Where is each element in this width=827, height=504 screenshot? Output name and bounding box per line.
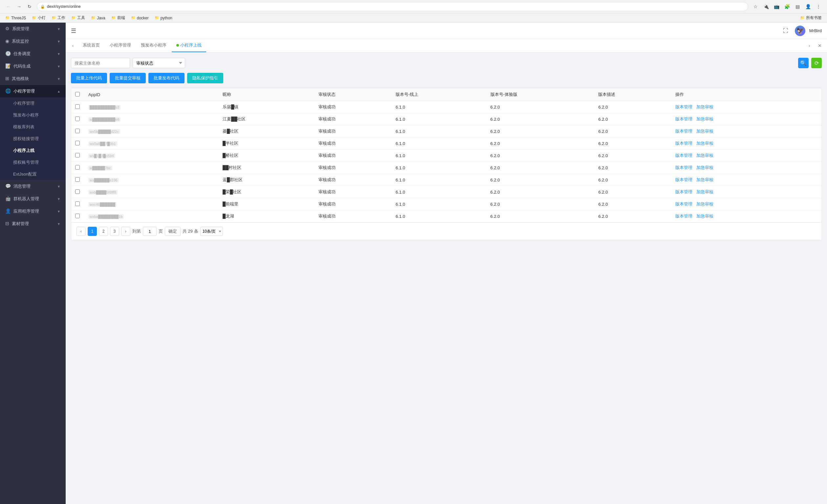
privacy-guide-button[interactable]: 隐私保护指引 <box>187 73 223 83</box>
bookmark-gongju[interactable]: 📁工具 <box>68 14 88 22</box>
tab-back-button[interactable]: ‹ <box>68 41 78 50</box>
version-mgmt-link-2[interactable]: 版本管理 <box>675 129 692 134</box>
status-select[interactable]: 审核状态 <box>133 58 185 68</box>
sidebar-item-message-mgmt[interactable]: 💬消息管理 ▼ <box>0 180 66 193</box>
cell-status-0: 审核成功 <box>314 101 392 113</box>
refresh-button[interactable]: ⟳ <box>811 58 822 68</box>
gear-icon: ⚙ <box>5 26 9 31</box>
urgent-review-link-4[interactable]: 加急审核 <box>696 153 714 158</box>
row-checkbox-4[interactable] <box>75 153 80 157</box>
select-all-checkbox[interactable] <box>75 92 80 96</box>
version-mgmt-link-7[interactable]: 版本管理 <box>675 189 692 194</box>
per-page-select[interactable]: 10条/页 20条/页 50条/页 <box>200 227 223 236</box>
media-button[interactable]: 📺 <box>772 2 781 11</box>
cell-version-online-6: 6.1.0 <box>392 174 487 186</box>
sidebar-toggle-button[interactable]: ▤ <box>793 2 802 11</box>
sidebar-subitem-miniprogram-mgmt[interactable]: 小程序管理 <box>0 97 66 109</box>
cell-version-desc-6: 6.2.0 <box>594 174 671 186</box>
bookmark-java[interactable]: 📁Java <box>88 15 108 21</box>
hamburger-button[interactable]: ☰ <box>71 27 76 35</box>
sidebar-subitem-auth-account[interactable]: 授权账号管理 <box>0 156 66 168</box>
prev-page-button[interactable]: ‹ <box>77 227 86 236</box>
bookmark-xiaodeng[interactable]: 📁小灯 <box>29 14 48 22</box>
next-page-button[interactable]: › <box>121 227 130 236</box>
row-checkbox-0[interactable] <box>75 104 80 109</box>
sidebar-item-other-modules[interactable]: ⊞其他模块 ▼ <box>0 72 66 85</box>
row-checkbox-5[interactable] <box>75 165 80 170</box>
bookmark-docker[interactable]: 📁docker <box>128 15 151 21</box>
sidebar-subitem-template-list[interactable]: 模板库列表 <box>0 121 66 133</box>
forward-button[interactable]: → <box>14 2 23 11</box>
version-mgmt-link-3[interactable]: 版本管理 <box>675 141 692 146</box>
avatar[interactable]: 🦅 <box>795 26 805 36</box>
sidebar-item-system-monitor[interactable]: ◉系统监控 ▼ <box>0 35 66 48</box>
urgent-review-link-5[interactable]: 加急审核 <box>696 165 714 170</box>
page-2-button[interactable]: 2 <box>99 227 108 236</box>
row-checkbox-7[interactable] <box>75 189 80 194</box>
version-mgmt-link-9[interactable]: 版本管理 <box>675 214 692 218</box>
urgent-review-link-3[interactable]: 加急审核 <box>696 141 714 146</box>
urgent-review-link-1[interactable]: 加急审核 <box>696 116 714 121</box>
sidebar-item-task-schedule[interactable]: 🕐任务调度 ▼ <box>0 48 66 60</box>
batch-upload-button[interactable]: 批量上传代码 <box>71 73 107 83</box>
tab-miniprogram-online[interactable]: 小程序上线 <box>172 39 206 52</box>
sidebar-subitem-extjson[interactable]: ExtJson配置 <box>0 168 66 180</box>
row-checkbox-8[interactable] <box>75 201 80 206</box>
bookmark-qianduan[interactable]: 📁前端 <box>109 14 128 22</box>
version-mgmt-link-1[interactable]: 版本管理 <box>675 116 692 121</box>
extension-button[interactable]: 🔌 <box>761 2 771 11</box>
tab-system-home[interactable]: 系统首页 <box>78 39 104 52</box>
row-checkbox-3[interactable] <box>75 141 80 145</box>
back-button[interactable]: ← <box>4 2 13 11</box>
batch-publish-button[interactable]: 批量发布代码 <box>148 73 185 83</box>
row-checkbox-9[interactable] <box>75 214 80 218</box>
bookmark-python[interactable]: 📁python <box>152 15 175 21</box>
bookmark-gongzuo[interactable]: 📁工作 <box>49 14 68 22</box>
urgent-review-link-9[interactable]: 加急审核 <box>696 214 714 218</box>
sidebar-item-app-mgmt[interactable]: 👤应用程序管理 ▼ <box>0 205 66 217</box>
sidebar-subitem-auth-link-mgmt[interactable]: 授权链接管理 <box>0 133 66 145</box>
search-input[interactable] <box>71 58 130 68</box>
sidebar-item-code-gen[interactable]: 📝代码生成 ▼ <box>0 60 66 72</box>
row-checkbox-1[interactable] <box>75 116 80 121</box>
bookmark-button[interactable]: ☆ <box>751 2 760 11</box>
profile-button[interactable]: 👤 <box>804 2 813 11</box>
tab-prerelease[interactable]: 预发布小程序 <box>136 39 171 52</box>
batch-submit-button[interactable]: 批量提交审核 <box>110 73 146 83</box>
user-name[interactable]: MrBird <box>809 28 822 33</box>
puzzle-button[interactable]: 🧩 <box>782 2 791 11</box>
urgent-review-link-2[interactable]: 加急审核 <box>696 129 714 134</box>
address-bar[interactable]: 🔒 dex#/system/online <box>37 2 748 11</box>
sidebar-item-robot-mgmt[interactable]: 🤖群机器人管理 ▼ <box>0 193 66 205</box>
tab-close-button[interactable]: ✕ <box>815 41 824 50</box>
urgent-review-link-7[interactable]: 加急审核 <box>696 189 714 194</box>
sidebar-item-system-mgmt[interactable]: ⚙系统管理 ▼ <box>0 22 66 35</box>
urgent-review-link-6[interactable]: 加急审核 <box>696 177 714 182</box>
version-mgmt-link-0[interactable]: 版本管理 <box>675 104 692 109</box>
page-3-button[interactable]: 3 <box>110 227 119 236</box>
goto-confirm-button[interactable]: 确定 <box>165 227 181 236</box>
menu-button[interactable]: ⋮ <box>814 2 823 11</box>
version-mgmt-link-5[interactable]: 版本管理 <box>675 165 692 170</box>
goto-page-input[interactable] <box>143 227 157 236</box>
bookmark-threejs[interactable]: 📁ThreeJS <box>3 15 29 21</box>
version-mgmt-link-6[interactable]: 版本管理 <box>675 177 692 182</box>
fullscreen-button[interactable]: ⛶ <box>780 26 791 36</box>
sidebar-item-miniprogram-mgmt[interactable]: 🌐小程序管理 ▲ <box>0 85 66 97</box>
search-button[interactable]: 🔍 <box>798 58 809 68</box>
urgent-review-link-8[interactable]: 加急审核 <box>696 201 714 206</box>
urgent-review-link-0[interactable]: 加急审核 <box>696 104 714 109</box>
sidebar-item-material-mgmt[interactable]: ⊟素材管理 ▼ <box>0 217 66 230</box>
all-bookmarks[interactable]: 📁所有书签 <box>797 14 824 22</box>
tab-forward-button[interactable]: › <box>805 41 814 50</box>
sidebar-subitem-prerelease[interactable]: 预发布小程序 <box>0 109 66 121</box>
page-1-button[interactable]: 1 <box>88 227 97 236</box>
tab-miniprogram-mgmt[interactable]: 小程序管理 <box>105 39 136 52</box>
row-checkbox-6[interactable] <box>75 177 80 182</box>
version-mgmt-link-8[interactable]: 版本管理 <box>675 201 692 206</box>
sidebar-subitem-miniprogram-online[interactable]: 小程序上线 <box>0 145 66 156</box>
row-checkbox-2[interactable] <box>75 129 80 133</box>
reload-button[interactable]: ↻ <box>25 2 34 11</box>
version-mgmt-link-4[interactable]: 版本管理 <box>675 153 692 158</box>
cell-status-2: 审核成功 <box>314 125 392 138</box>
